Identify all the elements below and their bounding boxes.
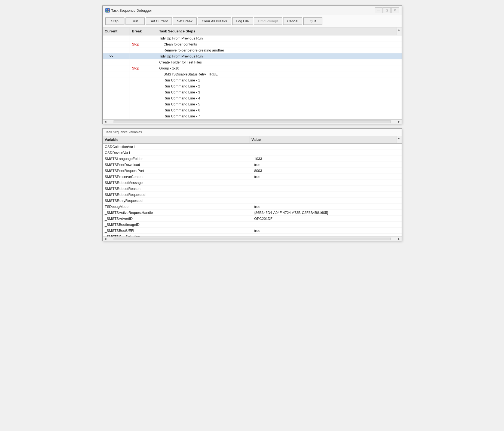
variables-table-body[interactable]: OSDCollectionVar1OSDDeviceVar1SMSTSLangu… — [103, 144, 402, 236]
cell-variable: _SMSTSAdvertID — [103, 216, 252, 221]
cell-variable: SMSTSRebootReason — [103, 186, 252, 192]
cell-current — [103, 77, 130, 83]
quit-button[interactable]: Quit — [303, 17, 322, 25]
cell-variable: _SMSTSBootUEFI — [103, 228, 252, 233]
cell-current — [103, 113, 130, 119]
cell-break — [130, 71, 157, 77]
table-row[interactable]: Run Command Line - 3 — [103, 89, 402, 95]
svg-rect-2 — [106, 11, 107, 12]
cell-current — [103, 89, 130, 95]
table-row[interactable]: SMSTSLanguageFolder1033 — [103, 156, 402, 162]
sequence-table-body[interactable]: Tidy Up From Previous RunStopClean folde… — [103, 35, 402, 119]
cell-step: Group - 1-10 — [157, 65, 402, 71]
cell-variable: OSDDeviceVar1 — [103, 150, 252, 156]
cell-step: Remove folder before creating another — [157, 47, 402, 53]
table-row[interactable]: TSDebugModetrue — [103, 204, 402, 210]
cell-step: Run Command Line - 1 — [157, 77, 402, 83]
table-row[interactable]: SMSTSRebootRequested — [103, 192, 402, 198]
table-row[interactable]: _SMSTSBootImageID — [103, 222, 402, 228]
table-row[interactable]: ==>>Tidy Up From Previous Run — [103, 53, 402, 59]
cell-value: 1033 — [252, 156, 402, 162]
hscroll-right[interactable]: ▶ — [396, 120, 402, 123]
cell-variable: _SMSTSBootImageID — [103, 222, 252, 227]
table-row[interactable]: StopGroup - 1-10 — [103, 65, 402, 71]
cell-value — [252, 192, 402, 198]
cell-current — [103, 83, 130, 89]
table-row[interactable]: SMSTSRetryRequested — [103, 198, 402, 204]
cell-value — [252, 186, 402, 192]
table-row[interactable]: Create Folder for Test Files — [103, 59, 402, 65]
table-row[interactable]: SMSTSRebootMessage — [103, 180, 402, 186]
minimize-button[interactable]: — — [375, 7, 383, 13]
window-controls: — □ ✕ — [375, 7, 399, 13]
table-row[interactable]: Run Command Line - 2 — [103, 83, 402, 89]
var-hscroll-track[interactable] — [114, 238, 391, 240]
table-row[interactable]: SMSTSRebootReason — [103, 186, 402, 192]
run-button[interactable]: Run — [126, 17, 145, 25]
table-row[interactable]: _SMSTSCertSelection — [103, 234, 402, 236]
cell-value — [252, 150, 402, 156]
app-icon — [105, 8, 110, 13]
col-value: Value — [249, 136, 396, 143]
variables-window: Task Sequence Variables Variable Value ▲… — [102, 128, 402, 241]
cell-value: OPC201DF — [252, 216, 402, 221]
cell-variable: _SMSTSActiveRequestHandle — [103, 210, 252, 216]
hscroll-left[interactable]: ◀ — [103, 120, 108, 123]
window-title: Task Sequence Debugger — [111, 8, 152, 13]
hscroll-track[interactable] — [114, 120, 391, 123]
cell-variable: SMSTSPeerDownload — [103, 162, 252, 168]
table-row[interactable]: _SMSTSAdvertIDOPC201DF — [103, 216, 402, 222]
close-button[interactable]: ✕ — [391, 7, 399, 13]
cell-value: 8003 — [252, 168, 402, 174]
cell-break — [130, 89, 157, 95]
cell-current — [103, 35, 130, 41]
table-row[interactable]: Remove folder before creating another — [103, 47, 402, 53]
cancel-button[interactable]: Cancel — [283, 17, 302, 25]
table-row[interactable]: OSDCollectionVar1 — [103, 144, 402, 150]
cell-value — [252, 144, 402, 150]
table-row[interactable]: StopClean folder contents — [103, 41, 402, 47]
debugger-window: Task Sequence Debugger — □ ✕ StepRunSet … — [102, 5, 402, 124]
cell-current — [103, 95, 130, 101]
table-row[interactable]: _SMSTSActiveRequestHandle{86B345D4-A04F-… — [103, 210, 402, 216]
cell-value — [252, 222, 402, 227]
table-row[interactable]: _SMSTSBootUEFItrue — [103, 228, 402, 234]
variables-table-container: Variable Value ▲ OSDCollectionVar1OSDDev… — [103, 136, 402, 241]
col-current: Current — [103, 28, 130, 35]
clear-all-breaks-button[interactable]: Clear All Breaks — [198, 17, 231, 25]
svg-rect-1 — [108, 9, 109, 10]
table-row[interactable]: SMSTSPreserveContenttrue — [103, 174, 402, 180]
cell-step: Run Command Line - 6 — [157, 107, 402, 113]
cell-current — [103, 71, 130, 77]
cell-break — [130, 35, 157, 41]
set-break-button[interactable]: Set Break — [173, 17, 197, 25]
table-row[interactable]: SMSTSDisableStatusRetry=TRUE — [103, 71, 402, 77]
cell-current — [103, 101, 130, 107]
cell-value: true — [252, 162, 402, 168]
var-vscroll-up[interactable]: ▲ — [396, 136, 402, 143]
var-hscroll-bar[interactable]: ◀ ▶ — [103, 236, 402, 241]
table-row[interactable]: Run Command Line - 1 — [103, 77, 402, 83]
table-row[interactable]: Run Command Line - 6 — [103, 107, 402, 113]
cell-current: ==>> — [103, 53, 130, 59]
step-button[interactable]: Step — [105, 17, 124, 25]
cell-break — [130, 113, 157, 119]
var-hscroll-right[interactable]: ▶ — [396, 237, 402, 240]
table-row[interactable]: OSDDeviceVar1 — [103, 150, 402, 156]
cell-step: Tidy Up From Previous Run — [157, 53, 402, 59]
cell-step: Run Command Line - 5 — [157, 101, 402, 107]
sequence-table-header: Current Break Task Sequence Steps ▲ — [103, 28, 402, 35]
table-row[interactable]: Run Command Line - 7 — [103, 113, 402, 119]
maximize-button[interactable]: □ — [383, 7, 391, 13]
hscroll-bar[interactable]: ◀ ▶ — [103, 119, 402, 124]
table-row[interactable]: SMSTSPeerRequestPort8003 — [103, 168, 402, 174]
table-row[interactable]: Run Command Line - 5 — [103, 101, 402, 107]
var-hscroll-left[interactable]: ◀ — [103, 237, 108, 240]
table-row[interactable]: Tidy Up From Previous Run — [103, 35, 402, 41]
vscroll-up[interactable]: ▲ — [396, 28, 402, 35]
cell-break — [130, 83, 157, 89]
set-current-button[interactable]: Set Current — [146, 17, 172, 25]
table-row[interactable]: SMSTSPeerDownloadtrue — [103, 162, 402, 168]
table-row[interactable]: Run Command Line - 4 — [103, 95, 402, 101]
log-file-button[interactable]: Log File — [232, 17, 253, 25]
